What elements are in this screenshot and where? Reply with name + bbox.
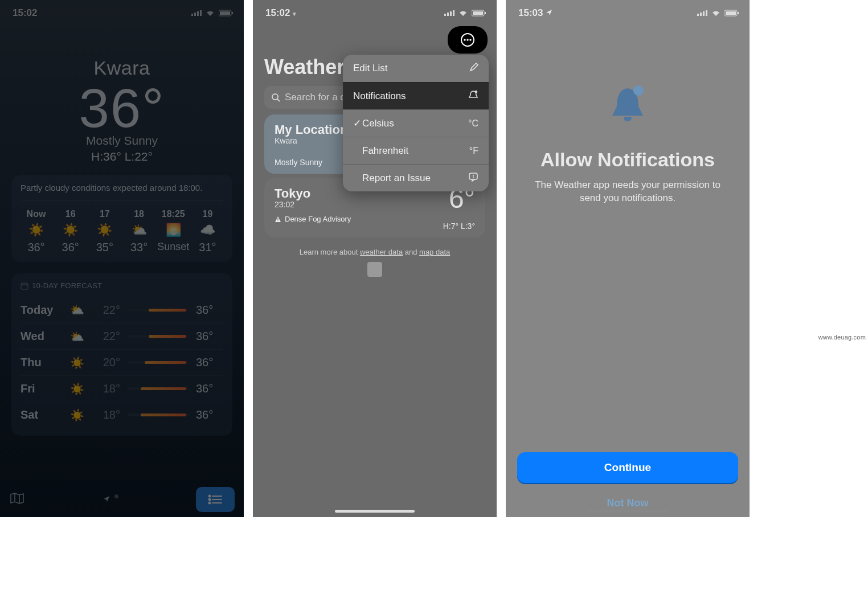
day-label: Today [21,304,62,317]
menu-fahrenheit[interactable]: Fahrenheit °F [343,137,489,164]
daily-row[interactable]: Today⛅22°36° [21,297,223,323]
weather-icon: ⛅ [62,330,93,343]
svg-point-33 [473,177,474,178]
home-indicator[interactable] [335,510,415,513]
svg-rect-16 [447,13,449,16]
weather-icon: ⛅ [132,223,147,238]
weather-list-screen: 15:02 ▾ Weather Search for a city or air… [253,0,497,517]
current-condition: Mostly Sunny [0,134,244,148]
high-temp: 36° [196,304,223,317]
current-temperature: 36° [0,77,244,140]
daily-row[interactable]: Sat☀️18°36° [21,402,223,428]
hourly-item: 17☀️35° [89,209,120,254]
svg-point-28 [466,39,468,40]
svg-point-29 [469,39,471,40]
list-icon [208,494,223,505]
more-button[interactable] [448,26,488,54]
svg-rect-20 [473,11,483,15]
weather-icon: 🌅 [166,223,181,238]
bell-icon [605,83,650,129]
svg-rect-3 [200,10,202,16]
map-icon[interactable] [9,492,25,507]
current-weather-hero: Kwara 36° Mostly Sunny H:36° L:22° [0,26,244,163]
svg-rect-37 [706,10,707,16]
status-indicators [697,10,739,17]
location-arrow-icon [546,7,552,19]
high-temp: 36° [196,408,223,421]
bell-icon [468,90,478,103]
weather-icon: ☀️ [28,223,44,238]
weather-icon: ☀️ [97,223,112,238]
map-data-link[interactable]: map data [419,248,450,256]
temp-range-bar [127,361,189,364]
allow-notifications-screen: 15:03 Allow Notifications The Weather ap… [506,0,750,517]
menu-report-issue[interactable]: Report an Issue [343,164,489,191]
svg-rect-2 [197,11,199,16]
hour-label: 16 [65,209,76,219]
daily-row[interactable]: Thu☀️20°36° [21,349,223,375]
notification-prompt: Allow Notifications The Weather app need… [506,26,750,205]
continue-button[interactable]: Continue [517,452,738,483]
svg-point-27 [464,39,465,40]
svg-point-11 [209,499,211,501]
conditions-summary-card[interactable]: Partly cloudy conditions expected around… [11,175,232,262]
tenday-forecast-card[interactable]: 10-DAY FORECAST Today⛅22°36°Wed⛅22°36°Th… [11,273,232,436]
card-time: 23:02 [275,200,475,209]
svg-point-13 [209,502,211,504]
prompt-title: Allow Notifications [541,149,715,171]
hour-label: 19 [203,209,213,219]
svg-rect-17 [450,11,452,16]
hourly-item: 18⛅33° [124,209,155,254]
low-temp: 20° [93,356,120,369]
svg-rect-36 [703,11,705,16]
status-bar: 15:02 [0,0,244,26]
pencil-icon [469,63,478,74]
hourly-forecast-row[interactable]: Now☀️36°16☀️36°17☀️35°18⛅33°18:25🌅Sunset… [21,200,223,254]
high-temp: 36° [196,330,223,343]
weather-data-link[interactable]: weather data [360,248,403,256]
warning-icon [275,216,281,223]
hour-label: 17 [100,209,110,219]
calendar-icon [21,282,28,290]
search-icon [271,93,280,102]
hourly-item: 18:25🌅Sunset [158,209,189,254]
check-icon: ✓ [353,117,362,129]
hour-temp: 35° [96,241,113,254]
status-time: 15:02 ▾ [265,7,296,19]
list-button[interactable] [196,487,235,512]
daily-row[interactable]: Wed⛅22°36° [21,323,223,349]
svg-rect-39 [726,11,736,15]
more-menu-popup: Edit List Notifications ✓Celsius °C Fahr… [343,55,489,191]
svg-point-41 [633,85,644,96]
temp-range-bar [127,387,189,390]
day-label: Thu [21,356,62,369]
svg-line-23 [277,99,280,101]
svg-point-22 [272,94,278,100]
report-icon [468,172,478,185]
location-name: Kwara [0,57,244,79]
svg-rect-35 [700,13,702,16]
menu-notifications[interactable]: Notifications [343,82,489,109]
temp-range-bar [127,414,189,416]
svg-rect-24 [277,218,278,220]
high-temp: 36° [196,382,223,395]
low-temp: 18° [93,382,120,395]
weather-icon: ☁️ [200,223,215,238]
attribution-text: Learn more about weather data and map da… [253,248,497,277]
not-now-button[interactable]: Not Now [506,497,750,509]
svg-point-9 [209,496,211,497]
card-condition: Mostly Sunny [275,158,322,167]
daily-row[interactable]: Fri☀️18°36° [21,375,223,402]
summary-text: Partly cloudy conditions expected around… [21,183,223,193]
hour-temp: 36° [62,241,79,254]
weather-icon: ☀️ [63,223,78,238]
page-dots[interactable] [103,494,118,505]
watermark: www.deuag.com [818,334,866,341]
home-indicator[interactable] [588,510,668,513]
svg-point-30 [475,90,477,92]
day-label: Fri [21,382,62,395]
weather-icon: ☀️ [62,408,93,422]
weather-detail-screen: 15:02 Kwara 36° Mostly Sunny H:36° L:22°… [0,0,244,517]
menu-edit-list[interactable]: Edit List [343,55,489,82]
menu-celsius[interactable]: ✓Celsius °C [343,109,489,137]
